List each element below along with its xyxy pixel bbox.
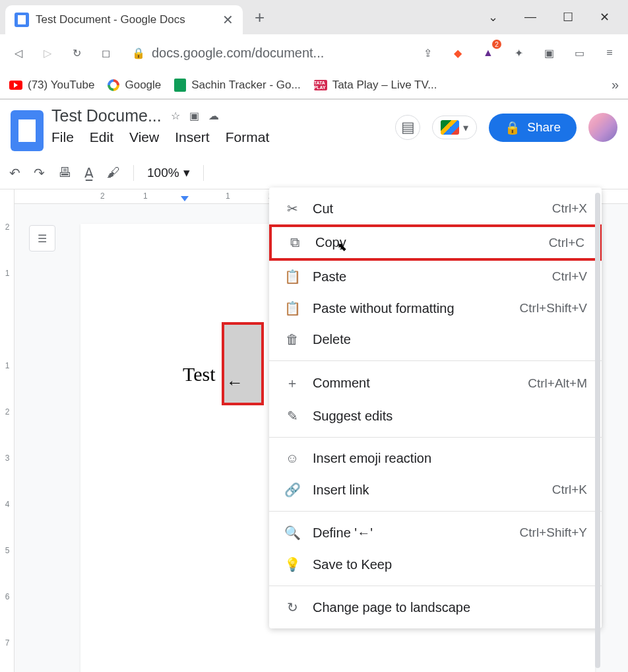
save-to-keep-icon: 💡 bbox=[284, 556, 301, 572]
zoom-select[interactable]: 100% ▾ bbox=[147, 165, 190, 180]
context-menu-shortcut: Ctrl+V bbox=[552, 269, 587, 284]
menu-file[interactable]: File bbox=[51, 129, 74, 145]
context-menu-item-suggest-edits[interactable]: ✎Suggest edits bbox=[269, 400, 602, 432]
close-window-icon[interactable]: ✕ bbox=[600, 10, 610, 24]
context-menu-item-insert-emoji-reaction[interactable]: ☺Insert emoji reaction bbox=[269, 443, 602, 474]
tab-title: Test Document - Google Docs bbox=[36, 13, 216, 26]
insert-emoji-reaction-icon: ☺ bbox=[284, 451, 301, 466]
define--icon: 🔍 bbox=[284, 525, 301, 541]
context-menu-item-insert-link[interactable]: 🔗Insert linkCtrl+K bbox=[269, 474, 602, 506]
context-menu-item-comment[interactable]: ＋CommentCtrl+Alt+M bbox=[269, 366, 602, 400]
context-menu-shortcut: Ctrl+C bbox=[549, 236, 584, 250]
context-menu-label: Copy bbox=[315, 235, 537, 250]
context-menu-scrollbar[interactable] bbox=[595, 193, 600, 668]
wallet-icon[interactable]: ▭ bbox=[570, 44, 588, 62]
sidebar-icon[interactable]: ▣ bbox=[540, 44, 558, 62]
tata-icon: TATA PLAY bbox=[314, 80, 327, 90]
meet-button[interactable]: ▾ bbox=[432, 116, 477, 139]
docs-header: Test Docume... ☆ ▣ ☁ File Edit View Inse… bbox=[0, 100, 628, 151]
bookmark-google[interactable]: Google bbox=[108, 79, 161, 92]
browser-tab[interactable]: Test Document - Google Docs ✕ bbox=[5, 5, 243, 34]
star-icon[interactable]: ☆ bbox=[171, 110, 180, 122]
context-menu-shortcut: Ctrl+K bbox=[552, 483, 587, 497]
docs-favicon bbox=[15, 13, 29, 27]
menu-icon[interactable]: ≡ bbox=[600, 44, 619, 62]
cloud-icon[interactable]: ☁ bbox=[208, 110, 219, 122]
context-menu-label: Comment bbox=[313, 376, 516, 391]
bookmark-tata[interactable]: TATA PLAY Tata Play – Live TV... bbox=[314, 79, 437, 92]
context-menu-label: Insert emoji reaction bbox=[313, 451, 575, 466]
document-text[interactable]: Test bbox=[183, 363, 216, 386]
back-button[interactable]: ◁ bbox=[9, 44, 28, 62]
document-title[interactable]: Test Docume... bbox=[51, 106, 162, 125]
vertical-ruler: 2 1 1 2 3 4 5 6 7 bbox=[0, 189, 15, 672]
context-menu-shortcut: Ctrl+X bbox=[552, 201, 587, 216]
menu-edit[interactable]: Edit bbox=[90, 129, 113, 145]
paste-without-formatting-icon: 📋 bbox=[284, 300, 301, 316]
new-tab-button[interactable]: + bbox=[255, 7, 265, 28]
context-menu-divider bbox=[269, 586, 602, 586]
forward-button[interactable]: ▷ bbox=[38, 44, 57, 62]
redo-button[interactable]: ↷ bbox=[34, 165, 45, 181]
context-menu-label: Paste bbox=[313, 269, 540, 285]
share-button[interactable]: 🔒 Share bbox=[489, 114, 577, 142]
menu-format[interactable]: Format bbox=[226, 129, 270, 145]
bookmark-icon[interactable]: ◻ bbox=[96, 44, 115, 62]
extensions-icon[interactable]: ✦ bbox=[509, 44, 528, 62]
context-menu-label: Delete bbox=[313, 332, 575, 347]
indent-marker[interactable] bbox=[181, 196, 189, 201]
context-menu-item-copy[interactable]: ⧉CopyCtrl+C bbox=[269, 224, 602, 261]
insert-link-icon: 🔗 bbox=[284, 482, 301, 498]
context-menu-shortcut: Ctrl+Alt+M bbox=[528, 376, 587, 391]
context-menu-item-paste[interactable]: 📋PasteCtrl+V bbox=[269, 261, 602, 292]
comments-button[interactable]: ▤ bbox=[395, 115, 420, 140]
context-menu-item-cut[interactable]: ✂CutCtrl+X bbox=[269, 193, 602, 224]
meet-icon bbox=[441, 120, 459, 135]
context-menu-label: Insert link bbox=[313, 483, 540, 498]
context-menu-item-paste-without-formatting[interactable]: 📋Paste without formattingCtrl+Shift+V bbox=[269, 292, 602, 324]
context-menu-shortcut: Ctrl+Shift+V bbox=[520, 301, 587, 316]
print-button[interactable]: 🖶 bbox=[58, 165, 71, 180]
bookmark-bar: (73) YouTube Google Sachin Tracker - Go.… bbox=[0, 71, 628, 99]
youtube-icon bbox=[9, 81, 22, 90]
suggest-edits-icon: ✎ bbox=[284, 408, 301, 424]
docs-logo[interactable] bbox=[11, 110, 44, 151]
share-icon[interactable]: ⇪ bbox=[418, 44, 437, 62]
paint-format-button[interactable]: 🖌 bbox=[107, 165, 120, 180]
context-menu-item-change-page-to-landscape[interactable]: ↻Change page to landscape bbox=[269, 591, 602, 623]
copy-icon: ⧉ bbox=[286, 235, 303, 250]
brave-rewards-icon[interactable]: ▲ bbox=[479, 44, 497, 62]
context-menu-shortcut: Ctrl+Shift+Y bbox=[520, 525, 587, 540]
nav-bar: ◁ ▷ ↻ ◻ 🔒 docs.google.com/document... ⇪ … bbox=[0, 34, 628, 71]
spellcheck-button[interactable]: A̲ bbox=[84, 165, 94, 181]
context-menu-divider bbox=[269, 511, 602, 512]
move-icon[interactable]: ▣ bbox=[189, 110, 199, 122]
chevron-down-icon[interactable]: ⌄ bbox=[488, 10, 498, 24]
bookmark-sheets[interactable]: Sachin Tracker - Go... bbox=[174, 79, 300, 92]
close-tab-icon[interactable]: ✕ bbox=[222, 12, 234, 28]
context-menu-item-save-to-keep[interactable]: 💡Save to Keep bbox=[269, 549, 602, 580]
bookmarks-overflow-icon[interactable]: » bbox=[612, 77, 619, 92]
delete-icon: 🗑 bbox=[284, 332, 301, 347]
context-menu-divider bbox=[269, 360, 602, 361]
menu-view[interactable]: View bbox=[129, 129, 159, 145]
context-menu-item-define-[interactable]: 🔍Define '←'Ctrl+Shift+Y bbox=[269, 517, 602, 549]
context-menu-item-delete[interactable]: 🗑Delete bbox=[269, 324, 602, 355]
context-menu-label: Cut bbox=[313, 201, 540, 217]
docs-toolbar: ↶ ↷ 🖶 A̲ 🖌 100% ▾ bbox=[0, 156, 628, 189]
url-text: docs.google.com/document... bbox=[152, 46, 324, 61]
outline-button[interactable]: ☰ bbox=[29, 225, 55, 252]
minimize-icon[interactable]: ― bbox=[524, 10, 536, 24]
reload-button[interactable]: ↻ bbox=[67, 44, 86, 62]
undo-button[interactable]: ↶ bbox=[9, 165, 20, 181]
browser-chrome: Test Document - Google Docs ✕ + ⌄ ― ☐ ✕ … bbox=[0, 0, 628, 100]
menu-insert[interactable]: Insert bbox=[175, 129, 210, 145]
maximize-icon[interactable]: ☐ bbox=[563, 10, 573, 24]
address-bar[interactable]: 🔒 docs.google.com/document... bbox=[125, 46, 408, 61]
account-avatar[interactable] bbox=[588, 113, 617, 142]
document-arrow[interactable]: ← bbox=[226, 372, 243, 393]
bookmark-youtube[interactable]: (73) YouTube bbox=[9, 79, 94, 92]
brave-shield-icon[interactable]: ◆ bbox=[449, 44, 467, 62]
sheets-icon bbox=[174, 79, 186, 92]
context-menu-label: Change page to landscape bbox=[313, 600, 575, 615]
